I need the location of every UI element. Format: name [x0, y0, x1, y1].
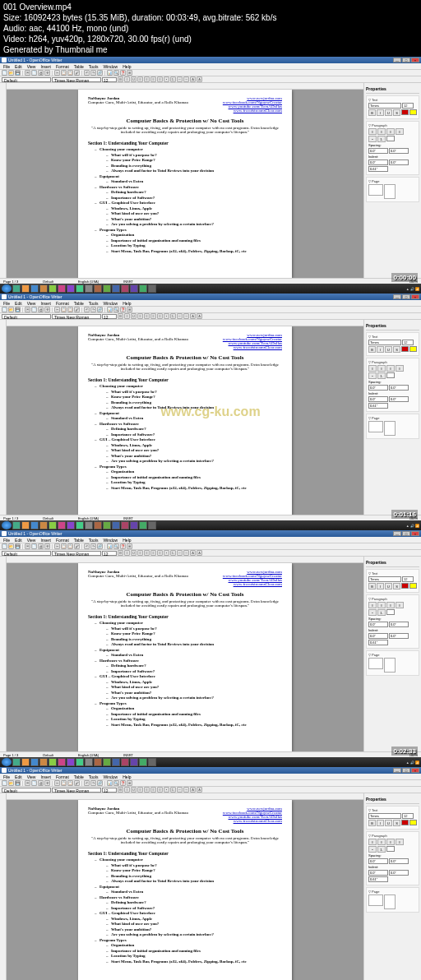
menu-item[interactable]: Edit: [15, 538, 22, 543]
highlight-color[interactable]: [409, 109, 417, 115]
toolbar-button[interactable]: 🖨: [38, 70, 44, 76]
format-button[interactable]: ≡: [144, 76, 150, 82]
taskbar-icon[interactable]: [76, 758, 84, 766]
bold-btn[interactable]: B: [368, 820, 376, 826]
toolbar-button[interactable]: 🔗: [97, 307, 103, 312]
italic-btn[interactable]: I: [377, 820, 384, 826]
taskbar-icon[interactable]: [121, 521, 129, 529]
minimize-button[interactable]: —: [393, 768, 401, 773]
taskbar-icon[interactable]: [85, 284, 93, 293]
format-button[interactable]: ≡: [137, 313, 143, 319]
format-button[interactable]: A: [197, 76, 202, 82]
maximize-button[interactable]: □: [402, 294, 410, 299]
taskbar-icon[interactable]: [30, 521, 39, 529]
taskbar-icon[interactable]: [139, 284, 147, 293]
format-button[interactable]: →: [183, 76, 189, 82]
format-button[interactable]: ≡: [157, 550, 163, 556]
align-justify[interactable]: ≡: [396, 839, 404, 845]
spacing-above[interactable]: 0.0": [368, 622, 388, 627]
toolbar-button[interactable]: ⊞: [127, 543, 132, 549]
menu-item[interactable]: Window: [103, 538, 118, 543]
toolbar-button[interactable]: 👁: [44, 307, 50, 312]
toolbar-button[interactable]: ✂: [54, 307, 60, 312]
menu-item[interactable]: Table: [74, 64, 84, 69]
toolbar-button[interactable]: ❓: [120, 780, 126, 786]
toolbar-button[interactable]: 📄: [2, 543, 7, 549]
bullets-btn[interactable]: •: [368, 136, 377, 142]
font-color[interactable]: [401, 583, 409, 589]
indent-right[interactable]: 0.0": [389, 159, 409, 165]
toolbar-button[interactable]: ✂: [54, 780, 60, 786]
close-button[interactable]: ×: [411, 531, 419, 536]
menu-item[interactable]: Insert: [40, 774, 51, 779]
header-link[interactable]: www.freeofstreamsClear.com: [223, 109, 282, 113]
format-button[interactable]: 1.: [170, 313, 176, 319]
align-right[interactable]: ≡: [386, 602, 395, 608]
document-page[interactable]: NaShayne JordanComputer Guru, Multi-Arti…: [78, 563, 292, 751]
close-button[interactable]: ×: [411, 768, 419, 773]
format-button[interactable]: ≡: [150, 550, 156, 556]
toolbar-button[interactable]: ✂: [54, 543, 60, 549]
align-center[interactable]: ≡: [377, 365, 386, 372]
format-button[interactable]: ≡: [157, 787, 163, 793]
toolbar-button[interactable]: 📊: [107, 307, 113, 312]
header-link[interactable]: www.freeofstreamsClear.com: [223, 345, 282, 349]
prop-font[interactable]: Times: [368, 576, 401, 582]
taskbar-icon[interactable]: [30, 284, 39, 293]
page-orient[interactable]: [368, 658, 383, 669]
format-button[interactable]: A: [190, 550, 196, 556]
format-button[interactable]: 1.: [170, 76, 176, 82]
menu-item[interactable]: Tools: [89, 538, 99, 543]
format-button[interactable]: →: [183, 313, 189, 319]
spacing-above[interactable]: 0.0": [368, 148, 388, 154]
indent-left[interactable]: 0.0": [368, 870, 388, 876]
taskbar-icon[interactable]: [130, 758, 138, 766]
font-name-select[interactable]: Times New Roman: [52, 788, 101, 793]
taskbar-icon[interactable]: [12, 521, 21, 529]
format-button[interactable]: ≡: [144, 550, 150, 556]
toolbar-button[interactable]: 🖌: [74, 307, 80, 312]
taskbar-icon[interactable]: [67, 284, 75, 293]
taskbar-icon[interactable]: [39, 758, 48, 766]
taskbar-icon[interactable]: [12, 758, 21, 766]
toolbar-button[interactable]: ⊞: [127, 780, 132, 786]
taskbar-icon[interactable]: [21, 758, 30, 766]
menu-item[interactable]: Tools: [89, 64, 99, 69]
menu-item[interactable]: Help: [123, 301, 131, 306]
toolbar-button[interactable]: 👁: [44, 543, 50, 549]
page-orient2[interactable]: [384, 421, 396, 436]
align-left[interactable]: ≡: [368, 839, 377, 845]
format-button[interactable]: ≡: [137, 76, 143, 82]
page-orient2[interactable]: [384, 184, 396, 199]
menu-item[interactable]: Format: [56, 64, 69, 69]
toolbar-button[interactable]: 📊: [107, 70, 113, 76]
toolbar-button[interactable]: 🔍: [113, 70, 119, 76]
toolbar-button[interactable]: 📋: [67, 70, 73, 76]
format-button[interactable]: ≡: [150, 313, 156, 319]
taskbar-icon[interactable]: [76, 521, 84, 529]
strike-btn[interactable]: S: [393, 583, 400, 589]
page-orient2[interactable]: [384, 658, 396, 673]
taskbar-icon[interactable]: [67, 521, 75, 529]
format-button[interactable]: B: [118, 313, 123, 319]
toolbar-button[interactable]: 👁: [44, 780, 50, 786]
format-button[interactable]: A: [197, 313, 202, 319]
taskbar-icon[interactable]: [94, 521, 102, 529]
align-center[interactable]: ≡: [377, 128, 386, 135]
toolbar-button[interactable]: 🖨: [38, 307, 44, 312]
prop-size[interactable]: 12: [402, 576, 414, 582]
numbering-btn[interactable]: 1.: [377, 609, 386, 616]
menu-item[interactable]: Table: [74, 774, 84, 779]
indent-right[interactable]: 0.0": [389, 633, 409, 639]
toolbar-button[interactable]: 💾: [15, 780, 21, 786]
taskbar-icon[interactable]: [30, 758, 39, 766]
toolbar-button[interactable]: ↷: [90, 307, 96, 312]
font-name-select[interactable]: Times New Roman: [52, 77, 101, 82]
indent-left[interactable]: 0.0": [368, 633, 388, 639]
format-button[interactable]: ←: [177, 313, 183, 319]
taskbar-icon[interactable]: [58, 284, 66, 293]
format-button[interactable]: ≡: [144, 787, 150, 793]
menu-item[interactable]: Format: [56, 774, 69, 779]
toolbar-button[interactable]: 🔍: [113, 543, 119, 549]
taskbar-icon[interactable]: [85, 758, 93, 766]
